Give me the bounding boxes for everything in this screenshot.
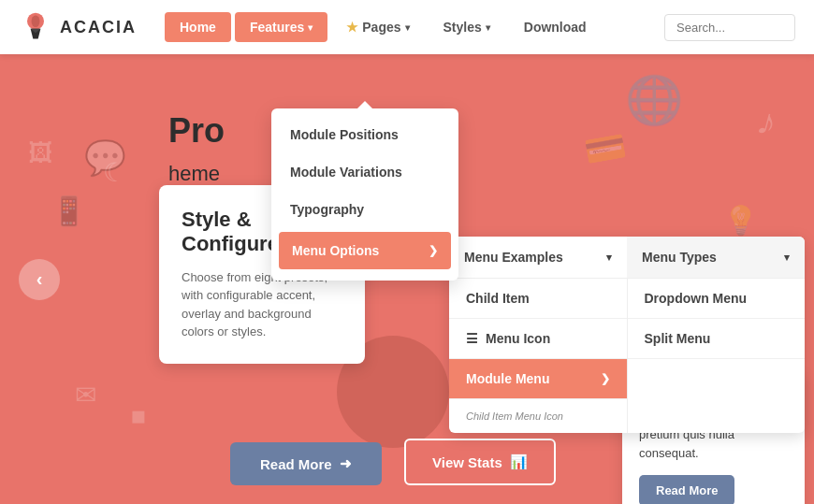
module-menu-label: Module Menu [466,371,549,386]
child-item-menu-icon-label: Child Item Menu Icon [466,410,563,422]
read-more-arrow-icon: ➜ [340,455,352,472]
dropdown-typography-label: Typography [290,202,364,217]
dropdown-module-positions-label: Module Positions [290,127,399,142]
menu-types-chevron-icon: ▾ [784,252,790,264]
navbar: ACACIA Home Features ▾ ★ Pages ▾ Styles … [0,0,814,54]
view-stats-label: View Stats [432,454,502,470]
nav-pages[interactable]: ★ Pages ▾ [331,12,424,42]
child-item-label: Child Item [466,291,530,306]
tab-menu-types[interactable]: Menu Types ▾ [627,237,805,279]
tab-menu-examples[interactable]: Menu Examples ▾ [449,237,627,279]
card-icon: 💳 [582,125,631,171]
menu-item-module-menu[interactable]: Module Menu ❯ [449,359,627,399]
menu-icon-label: Menu Icon [486,331,550,346]
features-dropdown: Module Positions Module Variations Typog… [271,108,458,281]
envelope-icon: ✉ [75,380,96,410]
menu-item-split-menu[interactable]: Split Menu [628,319,806,359]
svg-point-1 [32,15,40,27]
prev-slide-button[interactable]: ‹ [19,259,60,300]
menu-icon-bars-icon: ☰ [466,331,478,346]
menu-panel-left: Child Item ☰ Menu Icon Module Menu ❯ Chi… [449,279,628,433]
dropdown-module-positions[interactable]: Module Positions [271,116,458,153]
view-stats-chart-icon: 📊 [510,454,528,470]
hero-section: 🌐 ♪ 💬 📱 ☾ 💳 💡 ✉ ◆ 🖼 Pro...........l Desi… [0,54,814,504]
photo-icon: 🖼 [28,138,52,167]
pages-chevron-icon: ▾ [405,22,410,33]
tab-menu-examples-label: Menu Examples [464,250,563,265]
phone-icon: 📱 [51,194,86,227]
music-icon: ♪ [753,99,782,145]
lorem-read-more-button[interactable]: Read More [639,475,734,504]
menu-item-menu-icon[interactable]: ☰ Menu Icon [449,319,627,359]
dropdown-menu-options-label: Menu Options [292,243,379,258]
nav-download[interactable]: Download [509,12,602,42]
tab-menu-types-label: Menu Types [642,250,717,265]
styles-chevron-icon: ▾ [486,22,490,33]
split-menu-label: Split Menu [645,331,711,346]
menu-panel-right: Dropdown Menu Split Menu [628,279,806,433]
bulb-icon: 💡 [723,204,758,237]
nav-download-label: Download [524,20,587,35]
dropdown-module-variations-label: Module Variations [290,165,402,180]
nav-pages-label: Pages [362,20,400,35]
menu-options-arrow-icon: ❯ [429,244,438,257]
hero-subtitle: heme [168,162,220,186]
search-input[interactable] [664,14,795,41]
dropdown-menu-options[interactable]: Menu Options ❯ [279,232,451,269]
nav-features-label: Features [250,20,304,35]
menu-panel: Menu Examples ▾ Menu Types ▾ Child Item … [449,237,805,433]
dropdown-menu-label: Dropdown Menu [645,291,748,306]
logo[interactable]: ACACIA [19,10,137,44]
dropdown-module-variations[interactable]: Module Variations [271,153,458,191]
diamond-icon: ◆ [124,401,155,432]
star-icon: ★ [346,20,358,35]
nav-home[interactable]: Home [165,12,231,42]
menu-examples-chevron-icon: ▾ [606,252,612,264]
nav-home-label: Home [180,20,216,35]
globe-icon: 🌐 [625,73,683,127]
nav-styles[interactable]: Styles ▾ [429,12,505,42]
menu-panel-header: Menu Examples ▾ Menu Types ▾ [449,237,805,279]
menu-panel-body: Child Item ☰ Menu Icon Module Menu ❯ Chi… [449,279,805,433]
features-chevron-icon: ▾ [308,22,313,33]
read-more-label: Read More [260,456,332,472]
nav-features[interactable]: Features ▾ [235,12,327,42]
module-menu-arrow-icon: ❯ [601,372,610,385]
read-more-button[interactable]: Read More ➜ [230,442,382,485]
moon-icon: ☾ [103,157,126,188]
nav-links: Home Features ▾ ★ Pages ▾ Styles ▾ Downl… [165,12,664,42]
menu-item-child-item[interactable]: Child Item [449,279,627,319]
nav-styles-label: Styles [443,20,482,35]
logo-text: ACACIA [60,18,137,37]
dropdown-typography[interactable]: Typography [271,191,458,228]
lorem-read-more-label: Read More [656,483,718,497]
logo-icon [19,10,52,44]
menu-item-dropdown-menu[interactable]: Dropdown Menu [628,279,806,319]
view-stats-button[interactable]: View Stats 📊 [404,439,556,485]
